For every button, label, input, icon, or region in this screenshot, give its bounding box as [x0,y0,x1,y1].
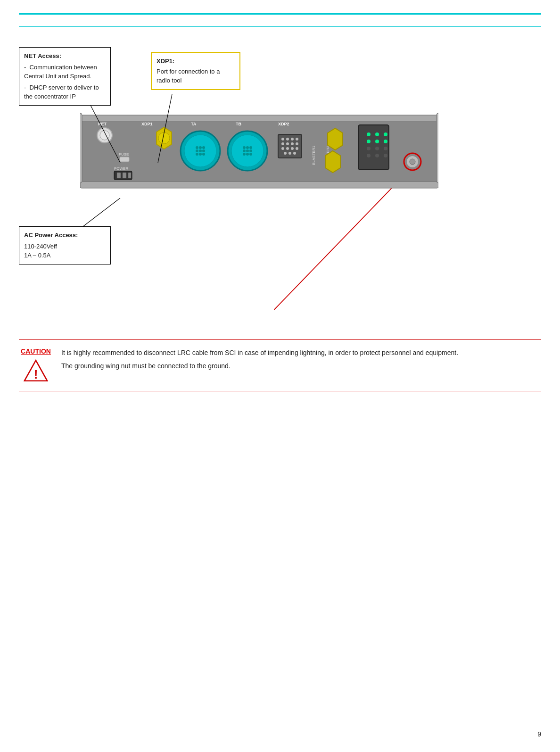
svg-point-64 [288,152,291,155]
svg-rect-19 [117,173,121,178]
caution-text-block: It is highly recommended to disconnect L… [61,347,541,374]
caution-label: CAUTION [21,347,51,355]
ac-power-text: 110-240Veff 1A – 0.5A [24,242,106,260]
svg-point-54 [296,138,298,140]
svg-point-53 [291,138,294,140]
device-panel-svg: NET FUSE POWER XDP1 TA [80,108,438,196]
caution-text-1: It is highly recommended to disconnect L… [61,347,541,358]
svg-point-65 [293,152,296,155]
svg-point-55 [281,142,284,145]
svg-point-75 [367,140,371,143]
svg-point-44 [246,149,249,152]
ac-power-callout: AC Power Access: 110-240Veff 1A – 0.5A [19,226,111,264]
svg-point-42 [249,146,252,149]
net-access-text: - Communication between Central Unit and… [24,63,106,101]
svg-rect-20 [123,173,126,178]
svg-point-83 [384,154,387,157]
svg-point-40 [243,146,246,149]
svg-text:!: ! [34,367,38,381]
svg-point-82 [375,154,379,157]
warning-triangle-icon: ! [24,359,48,383]
svg-line-2 [80,198,120,229]
ac-power-title: AC Power Access: [24,231,106,240]
svg-point-80 [384,147,387,150]
svg-text:NET: NET [98,122,107,126]
svg-point-35 [199,153,202,156]
svg-point-41 [246,146,249,149]
svg-point-14 [100,131,109,140]
bottom-cyan-line [19,26,541,27]
svg-point-79 [375,147,379,150]
svg-point-43 [243,149,246,152]
xdp1-callout: XDP1: Port for connection to a radio too… [151,52,240,90]
svg-point-56 [286,142,289,145]
svg-line-87 [274,184,395,310]
top-cyan-line [19,13,541,15]
svg-point-59 [281,147,284,150]
svg-point-52 [286,138,289,140]
svg-text:BLASTER1: BLASTER1 [312,146,316,165]
svg-point-47 [246,153,249,156]
svg-rect-7 [436,113,438,183]
svg-rect-16 [120,157,129,162]
caution-text-2: The grounding wing nut must be connected… [61,361,541,371]
svg-rect-6 [80,113,82,183]
svg-point-78 [367,147,371,150]
svg-text:XDP2: XDP2 [278,122,289,126]
svg-point-76 [375,140,379,143]
svg-point-29 [199,146,202,149]
svg-point-24 [158,132,170,144]
svg-point-60 [286,147,289,150]
svg-point-74 [384,132,387,136]
svg-text:XDP1: XDP1 [141,122,153,126]
svg-text:FUSE: FUSE [119,152,129,157]
svg-point-36 [202,153,205,156]
svg-point-77 [384,140,387,143]
diagram-area: NET Access: - Communication between Cent… [19,42,541,335]
page-number: 9 [537,730,541,738]
svg-point-61 [291,147,294,150]
svg-point-34 [196,153,198,156]
svg-point-57 [291,142,294,145]
svg-rect-5 [80,182,438,188]
svg-point-51 [281,138,284,140]
svg-rect-4 [80,115,438,122]
net-access-callout: NET Access: - Communication between Cent… [19,47,111,106]
svg-point-72 [367,132,371,136]
svg-point-58 [296,142,298,145]
svg-point-30 [202,146,205,149]
svg-text:TA: TA [191,122,197,126]
page-content: NET Access: - Communication between Cent… [19,33,541,391]
svg-point-32 [199,149,202,152]
caution-left-column: CAUTION ! [19,347,53,383]
svg-text:POWER: POWER [114,166,128,171]
svg-marker-69 [325,151,340,173]
xdp1-title: XDP1: [156,57,235,66]
svg-point-62 [296,147,298,150]
caution-section: CAUTION ! It is highly recommended to di… [19,340,541,391]
net-access-title: NET Access: [24,51,106,61]
xdp1-text: Port for connection to a radio tool [156,67,235,85]
svg-point-48 [249,153,252,156]
svg-text:TB: TB [236,122,241,126]
svg-point-45 [249,149,252,152]
svg-point-31 [196,149,198,152]
svg-point-46 [243,153,246,156]
svg-rect-21 [128,173,131,178]
svg-point-28 [196,146,198,149]
svg-point-33 [202,149,205,152]
svg-point-86 [410,159,415,165]
svg-point-81 [367,154,371,157]
svg-point-73 [375,132,379,136]
svg-point-63 [284,152,287,155]
